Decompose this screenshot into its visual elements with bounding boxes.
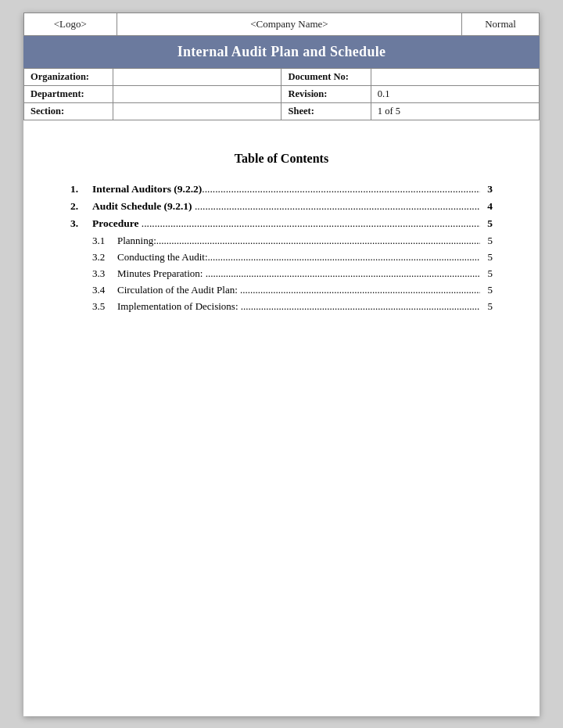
normal-label: Normal	[485, 18, 516, 30]
dept-label: Department:	[24, 86, 113, 103]
toc-dots-31: ........................................…	[156, 235, 480, 247]
toc-dots-2: ........................................…	[195, 200, 480, 213]
toc-sub-num-31: 3.1	[92, 235, 117, 247]
sheet-value: 1 of 5	[371, 103, 539, 120]
toc-item-1: 1. Internal Auditors (9.2.2) ...........…	[70, 183, 493, 195]
toc-sub-num-34: 3.4	[92, 284, 117, 296]
toc-title: Table of Contents	[70, 152, 493, 166]
toc-label-3: Procedure	[92, 217, 142, 230]
revision-label: Revision:	[282, 86, 371, 103]
toc-dots-34: ........................................…	[240, 284, 480, 296]
logo-cell: <Logo>	[24, 13, 117, 36]
toc-sub-page-33: 5	[483, 267, 493, 280]
normal-cell: Normal	[462, 13, 540, 36]
toc-item-3: 3. Procedure ...........................…	[70, 217, 493, 230]
body-content: Table of Contents 1. Internal Auditors (…	[23, 120, 540, 348]
toc-sub-page-34: 5	[483, 284, 493, 296]
toc-sub-item-35: 3.5 Implementation of Decisions: .......…	[70, 300, 493, 313]
docno-label: Document No:	[282, 69, 371, 86]
toc-sub-page-35: 5	[483, 300, 493, 313]
toc-item-2: 2. Audit Schedule (9.2.1) ..............…	[70, 200, 493, 213]
company-name: <Company Name>	[250, 18, 328, 30]
toc-label-1: Internal Auditors (9.2.2)	[92, 183, 202, 195]
toc-dots-33: ........................................…	[206, 267, 480, 280]
toc-dots-1: ........................................…	[202, 183, 480, 195]
toc-sub-item-32: 3.2 Conducting the Audit: ..............…	[70, 251, 493, 264]
title-banner: Internal Audit Plan and Schedule	[23, 36, 540, 68]
docno-value	[371, 69, 539, 86]
document-page: <Logo> <Company Name> Normal Internal Au…	[23, 13, 540, 716]
toc-sub-item-33: 3.3 Minutes Preparation: ...............…	[70, 267, 493, 280]
toc-sub-label-33: Minutes Preparation:	[117, 267, 206, 280]
org-label: Organization:	[24, 69, 113, 86]
toc-label-2: Audit Schedule (9.2.1)	[92, 200, 195, 213]
header-table: <Logo> <Company Name> Normal	[23, 13, 540, 36]
revision-value: 0.1	[371, 86, 539, 103]
document-title: Internal Audit Plan and Schedule	[23, 44, 540, 60]
toc-sub-num-32: 3.2	[92, 251, 117, 264]
toc-sub-page-32: 5	[483, 251, 493, 264]
section-value	[113, 103, 282, 120]
company-cell: <Company Name>	[117, 13, 462, 36]
toc-sub-item-34: 3.4 Circulation of the Audit Plan: .....…	[70, 284, 493, 296]
dept-value	[113, 86, 282, 103]
toc-sub-num-35: 3.5	[92, 300, 117, 313]
toc-page-3: 5	[483, 217, 493, 230]
info-table: Organization: Document No: Department: R…	[23, 68, 540, 120]
sheet-label: Sheet:	[282, 103, 371, 120]
toc-page-1: 3	[483, 183, 493, 195]
logo-label: <Logo>	[54, 18, 87, 30]
toc-container: 1. Internal Auditors (9.2.2) ...........…	[70, 183, 493, 313]
toc-dots-32: ........................................…	[208, 251, 480, 264]
toc-sub-label-35: Implementation of Decisions:	[117, 300, 241, 313]
toc-dots-35: ........................................…	[241, 300, 480, 313]
toc-sub-item-31: 3.1 Planning: ..........................…	[70, 235, 493, 247]
toc-page-2: 4	[483, 200, 493, 213]
toc-num-2: 2.	[70, 200, 92, 213]
toc-sub-label-31: Planning:	[117, 235, 156, 247]
toc-dots-3: ........................................…	[142, 217, 480, 230]
org-value	[113, 69, 282, 86]
toc-sub-num-33: 3.3	[92, 267, 117, 280]
toc-sub-label-34: Circulation of the Audit Plan:	[117, 284, 240, 296]
toc-num-1: 1.	[70, 183, 92, 195]
toc-sub-label-32: Conducting the Audit:	[117, 251, 208, 264]
toc-num-3: 3.	[70, 217, 92, 230]
section-label: Section:	[24, 103, 113, 120]
toc-sub-page-31: 5	[483, 235, 493, 247]
